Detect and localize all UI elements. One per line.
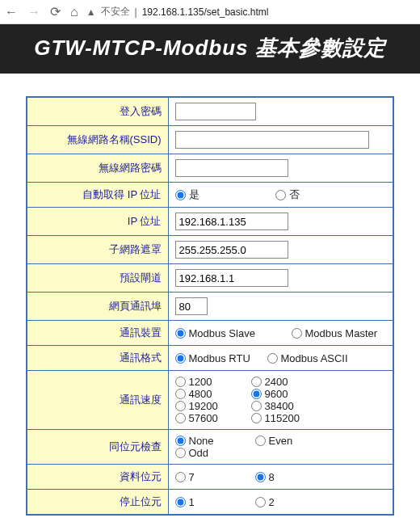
label-baud: 通訊速度 xyxy=(27,371,168,430)
stopbits-2[interactable]: 2 xyxy=(255,496,332,508)
ip-input[interactable] xyxy=(175,213,288,230)
wifi-password-input[interactable] xyxy=(175,159,288,177)
settings-table: 登入密碼 無線網路名稱(SSID) 無線網路密碼 自動取得 IP 位址 是 否 … xyxy=(26,96,394,516)
label-device: 通訊裝置 xyxy=(27,321,168,346)
row-databits: 資料位元 7 8 xyxy=(27,465,393,490)
warning-icon: ▲ xyxy=(86,6,96,18)
row-login-password: 登入密碼 xyxy=(27,97,393,126)
row-ssid: 無線網路名稱(SSID) xyxy=(27,126,393,154)
baud-115200[interactable]: 115200 xyxy=(251,412,324,424)
browser-address-bar: ← → ⟳ ⌂ ▲ 不安全 | 192.168.1.135/set_basic.… xyxy=(0,0,420,24)
label-subnet: 子網路遮罩 xyxy=(27,236,168,264)
row-stopbits: 停止位元 1 2 xyxy=(27,490,393,516)
login-password-input[interactable] xyxy=(175,103,256,120)
databits-8[interactable]: 8 xyxy=(255,471,332,483)
databits-7[interactable]: 7 xyxy=(175,471,252,483)
stopbits-1[interactable]: 1 xyxy=(175,496,252,508)
subnet-input[interactable] xyxy=(175,241,288,259)
baud-19200-radio[interactable] xyxy=(175,401,186,411)
baud-4800-radio[interactable] xyxy=(175,389,186,399)
databits-8-radio[interactable] xyxy=(255,472,266,482)
url-text: 192.168.1.135/set_basic.html xyxy=(142,6,269,18)
stopbits-2-radio[interactable] xyxy=(255,497,266,507)
databits-7-radio[interactable] xyxy=(175,472,186,482)
ssid-input[interactable] xyxy=(175,131,369,149)
baud-9600-radio[interactable] xyxy=(251,389,262,399)
label-web-port: 網頁通訊埠 xyxy=(27,293,168,321)
baud-57600-radio[interactable] xyxy=(175,413,186,423)
format-rtu[interactable]: Modbus RTU xyxy=(175,352,264,364)
baud-9600[interactable]: 9600 xyxy=(251,388,324,400)
row-subnet: 子網路遮罩 xyxy=(27,236,393,264)
label-databits: 資料位元 xyxy=(27,465,168,490)
insecure-label: 不安全 xyxy=(101,5,130,19)
label-login-password: 登入密碼 xyxy=(27,97,168,126)
url-area[interactable]: ▲ 不安全 | 192.168.1.135/set_basic.html xyxy=(86,5,269,19)
format-ascii-radio[interactable] xyxy=(267,353,278,364)
device-master[interactable]: Modbus Master xyxy=(292,327,378,339)
baud-1200-radio[interactable] xyxy=(175,377,186,387)
row-parity: 同位元檢查 None Even Odd xyxy=(27,430,393,465)
label-parity: 同位元檢查 xyxy=(27,430,168,465)
baud-115200-radio[interactable] xyxy=(251,413,262,423)
label-auto-ip: 自動取得 IP 位址 xyxy=(27,183,168,208)
row-ip: IP 位址 xyxy=(27,208,393,236)
auto-ip-yes[interactable]: 是 xyxy=(175,187,272,202)
row-baud: 通訊速度 1200 2400 4800 9600 19200 38400 576… xyxy=(27,371,393,430)
baud-38400-radio[interactable] xyxy=(251,401,262,411)
row-device: 通訊裝置 Modbus Slave Modbus Master xyxy=(27,321,393,346)
label-ip: IP 位址 xyxy=(27,208,168,236)
row-wifi-password: 無線網路密碼 xyxy=(27,154,393,183)
baud-57600[interactable]: 57600 xyxy=(175,412,248,424)
device-slave[interactable]: Modbus Slave xyxy=(175,327,288,339)
parity-even-radio[interactable] xyxy=(255,436,266,446)
baud-38400[interactable]: 38400 xyxy=(251,400,324,412)
reload-icon[interactable]: ⟳ xyxy=(50,6,61,19)
format-ascii[interactable]: Modbus ASCII xyxy=(267,352,348,364)
row-web-port: 網頁通訊埠 xyxy=(27,293,393,321)
parity-even[interactable]: Even xyxy=(255,435,332,447)
url-separator: | xyxy=(135,6,137,18)
device-master-radio[interactable] xyxy=(292,328,302,339)
gateway-input[interactable] xyxy=(175,269,288,287)
baud-2400-radio[interactable] xyxy=(251,377,262,387)
parity-none[interactable]: None xyxy=(175,435,252,447)
back-icon[interactable]: ← xyxy=(5,6,18,19)
auto-ip-no[interactable]: 否 xyxy=(275,187,372,202)
label-ssid: 無線網路名稱(SSID) xyxy=(27,126,168,154)
page-title: GTW-MTCP-Modbus 基本參數設定 xyxy=(0,24,420,74)
row-gateway: 預設閘道 xyxy=(27,264,393,293)
label-stopbits: 停止位元 xyxy=(27,490,168,516)
parity-odd[interactable]: Odd xyxy=(175,447,252,459)
baud-4800[interactable]: 4800 xyxy=(175,388,248,400)
baud-1200[interactable]: 1200 xyxy=(175,376,248,388)
label-wifi-password: 無線網路密碼 xyxy=(27,154,168,183)
auto-ip-yes-radio[interactable] xyxy=(175,190,186,200)
label-gateway: 預設閘道 xyxy=(27,264,168,293)
row-auto-ip: 自動取得 IP 位址 是 否 xyxy=(27,183,393,208)
baud-19200[interactable]: 19200 xyxy=(175,400,248,412)
device-slave-radio[interactable] xyxy=(175,328,186,339)
format-rtu-radio[interactable] xyxy=(175,353,186,364)
browser-nav-icons: ← → ⟳ ⌂ xyxy=(5,6,78,19)
row-format: 通訊格式 Modbus RTU Modbus ASCII xyxy=(27,346,393,371)
label-format: 通訊格式 xyxy=(27,346,168,371)
home-icon[interactable]: ⌂ xyxy=(70,6,78,19)
form-content: 登入密碼 無線網路名稱(SSID) 無線網路密碼 自動取得 IP 位址 是 否 … xyxy=(0,74,420,522)
parity-none-radio[interactable] xyxy=(175,436,186,446)
web-port-input[interactable] xyxy=(175,297,208,315)
stopbits-1-radio[interactable] xyxy=(175,497,186,507)
forward-icon[interactable]: → xyxy=(27,6,40,19)
auto-ip-no-radio[interactable] xyxy=(275,190,286,200)
parity-odd-radio[interactable] xyxy=(175,448,186,458)
baud-2400[interactable]: 2400 xyxy=(251,376,324,388)
